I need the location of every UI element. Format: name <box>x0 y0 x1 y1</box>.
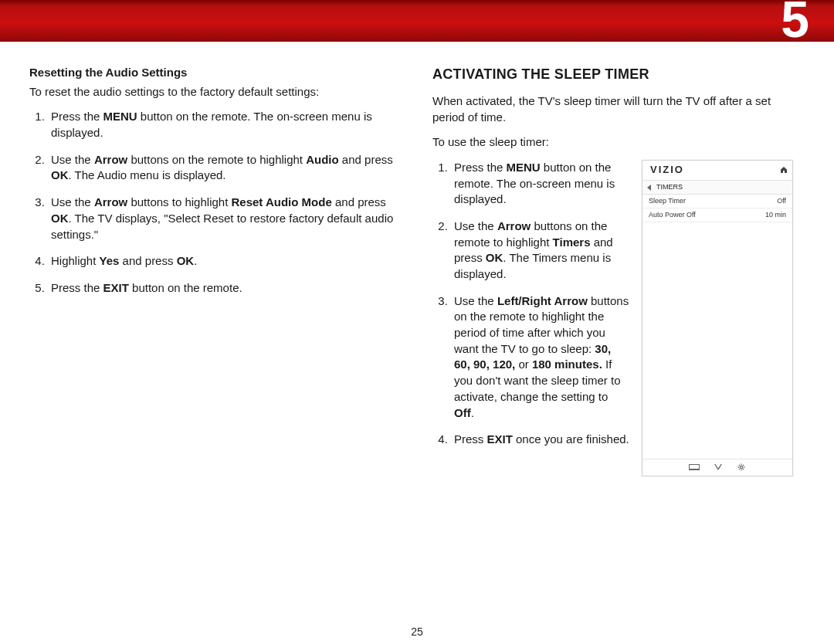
right-step-4: Press EXIT once you are finished. <box>451 432 629 448</box>
page-content: Resetting the Audio Settings To reset th… <box>0 42 834 476</box>
svg-line-8 <box>739 469 740 469</box>
menu-row-value: 10 min <box>765 210 786 219</box>
left-steps: Press the MENU button on the remote. The… <box>48 109 402 296</box>
left-heading: Resetting the Audio Settings <box>29 65 402 81</box>
menu-body-empty <box>642 222 792 459</box>
page-number: 25 <box>0 625 834 638</box>
menu-row-auto-power-off: Auto Power Off 10 min <box>642 208 792 222</box>
left-step-5: Press the EXIT button on the remote. <box>48 280 402 297</box>
svg-line-7 <box>743 465 744 466</box>
right-steps: Press the MENU button on the remote. The… <box>451 160 629 448</box>
v-icon <box>714 459 723 476</box>
gear-icon <box>737 459 746 476</box>
left-step-4: Highlight Yes and press OK. <box>48 253 402 269</box>
svg-line-6 <box>743 469 744 469</box>
wide-icon <box>689 464 700 470</box>
right-heading: ACTIVATING THE SLEEP TIMER <box>432 65 805 84</box>
back-icon <box>647 179 652 195</box>
left-step-1: Press the MENU button on the remote. The… <box>48 109 402 141</box>
right-intro-2: To use the sleep timer: <box>432 134 805 151</box>
menu-header: VIZIO <box>642 161 792 181</box>
brand-logo: VIZIO <box>650 163 684 177</box>
menu-breadcrumb: TIMERS <box>642 181 792 195</box>
crumb-text: TIMERS <box>656 182 683 192</box>
right-intro-1: When activated, the TV's sleep timer wil… <box>432 93 805 125</box>
menu-row-value: Off <box>777 196 786 205</box>
menu-row-sleep-timer: Sleep Timer Off <box>642 195 792 208</box>
menu-row-label: Sleep Timer <box>649 196 686 205</box>
right-column: ACTIVATING THE SLEEP TIMER When activate… <box>432 65 805 476</box>
menu-footer <box>642 459 792 476</box>
left-step-3: Use the Arrow buttons to highlight Reset… <box>48 195 402 242</box>
right-split: Press the MENU button on the remote. The… <box>432 160 805 476</box>
home-icon <box>780 162 788 178</box>
left-intro: To reset the audio settings to the facto… <box>29 84 402 100</box>
left-step-2: Use the Arrow buttons on the remote to h… <box>48 152 402 184</box>
right-step-2: Use the Arrow buttons on the remote to h… <box>451 219 629 283</box>
timers-menu-screenshot: VIZIO TIMERS Sleep Timer Off Auto Power … <box>642 160 793 476</box>
right-steps-wrap: Press the MENU button on the remote. The… <box>432 160 629 476</box>
right-step-1: Press the MENU button on the remote. The… <box>451 160 629 208</box>
left-column: Resetting the Audio Settings To reset th… <box>29 65 402 476</box>
chapter-number: 5 <box>781 0 809 45</box>
svg-point-0 <box>740 466 742 468</box>
right-step-3: Use the Left/Right Arrow buttons on the … <box>451 293 629 422</box>
svg-line-5 <box>739 465 740 466</box>
chapter-header: 5 <box>0 0 834 42</box>
menu-row-label: Auto Power Off <box>649 210 696 219</box>
